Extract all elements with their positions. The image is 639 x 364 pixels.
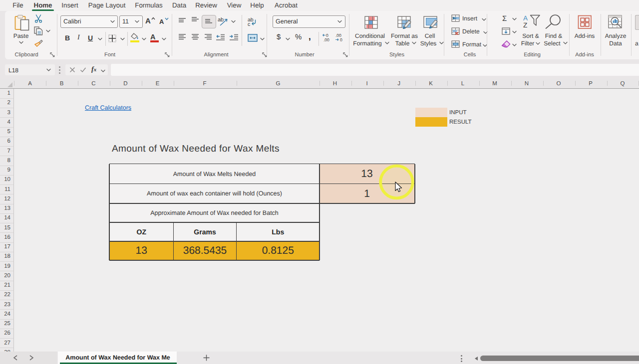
svg-text:c: c bbox=[248, 21, 250, 26]
svg-text:.00: .00 bbox=[323, 37, 329, 42]
svg-text:0: 0 bbox=[340, 37, 342, 42]
svg-text:A: A bbox=[523, 14, 528, 22]
svg-text:ab: ab bbox=[218, 17, 224, 23]
svg-text:Z: Z bbox=[523, 21, 527, 28]
